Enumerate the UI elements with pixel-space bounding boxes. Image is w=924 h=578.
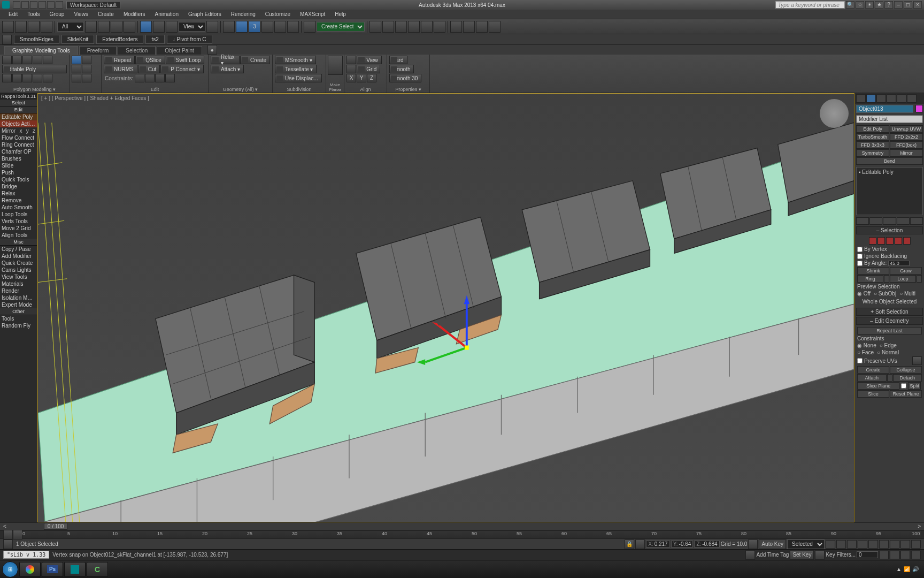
shade-icon[interactable]	[33, 56, 42, 64]
menu-graph-editors[interactable]: Graph Editors	[184, 10, 226, 18]
help-search-input[interactable]	[775, 1, 845, 9]
geo-attach-button[interactable]: Attach	[857, 374, 887, 382]
select-manipulate-icon[interactable]	[223, 21, 235, 33]
mod-bend[interactable]: Bend	[856, 157, 923, 165]
rappa-cat-select[interactable]: Select	[0, 100, 37, 107]
redo-icon[interactable]	[15, 21, 27, 33]
preview-multi-radio[interactable]: ○ Multi	[899, 291, 915, 296]
goto-start-icon[interactable]	[826, 540, 835, 549]
isolate-icon[interactable]	[748, 539, 758, 549]
menu-customize[interactable]: Customize	[261, 10, 295, 18]
nav-zoom-icon[interactable]	[879, 540, 889, 549]
slideknit-button[interactable]: SlideKnit	[61, 35, 94, 44]
rappa-relax[interactable]: Relax	[0, 190, 37, 197]
rappa-isolation-mode[interactable]: Isolation Mode	[0, 294, 37, 301]
link-icon[interactable]	[28, 21, 40, 33]
rect-region-icon[interactable]	[111, 21, 122, 33]
render-frame-icon[interactable]	[463, 21, 475, 33]
trackbar-ruler[interactable]: 0 5 10 15 20 25 30 35 40 45 50 55 60 65 …	[22, 531, 921, 538]
msmooth-button[interactable]: MSmooth ▾	[275, 56, 316, 64]
taskbar-photoshop-icon[interactable]: Ps	[42, 562, 63, 577]
mod-ffd-2x2x2[interactable]: FFD 2x2x2	[890, 133, 923, 141]
rappa-verts-tools[interactable]: Verts Tools	[0, 218, 37, 225]
dot-loop-icon[interactable]	[82, 74, 91, 82]
rappa-auto-smooth[interactable]: Auto Smooth	[0, 204, 37, 211]
split-check[interactable]: Split	[900, 382, 922, 390]
relax-button[interactable]: Relax ▾	[211, 56, 240, 64]
nav-zoom-all-icon[interactable]	[890, 540, 899, 549]
by-vertex-check[interactable]: By Vertex	[857, 246, 922, 253]
taskbar-3dsmax-icon[interactable]	[64, 562, 86, 577]
ref-coord-dropdown[interactable]: View	[179, 22, 205, 32]
geo-create-button[interactable]: Create	[857, 366, 889, 374]
key-filters-label[interactable]: Key Filters...	[826, 552, 856, 558]
nav-pan-icon[interactable]	[879, 551, 889, 559]
undo-icon[interactable]	[2, 21, 14, 33]
align-x-button[interactable]: X	[346, 74, 356, 82]
angle-snap-icon[interactable]: 3	[249, 21, 260, 33]
tab-graphite[interactable]: Graphite Modeling Tools	[4, 46, 78, 55]
ring-button[interactable]: Ring	[857, 275, 883, 283]
rappa-render[interactable]: Render	[0, 287, 37, 294]
unlink-icon[interactable]	[41, 21, 52, 33]
coord-x[interactable]: X:0.217	[646, 541, 669, 547]
next-frame-icon[interactable]	[858, 540, 867, 549]
by-angle-check[interactable]	[857, 261, 863, 266]
togrid-button[interactable]: To Grid	[357, 65, 380, 73]
mod-edit-poly[interactable]: Edit Poly	[856, 125, 889, 133]
curve-editor-icon[interactable]	[408, 21, 420, 33]
workspace-dropdown[interactable]: Workspace: Default	[66, 1, 120, 9]
shrink-button[interactable]: Shrink	[857, 267, 889, 275]
hard-button[interactable]: Hard	[389, 56, 407, 64]
rappa-tools[interactable]: Tools	[0, 315, 37, 322]
system-tray[interactable]: ▲ 📶 🔊	[893, 566, 922, 572]
unique-icon[interactable]	[883, 217, 896, 225]
tab-create-icon[interactable]	[856, 94, 866, 103]
set-key-button[interactable]: Set Key	[790, 550, 814, 560]
make-planar-icon[interactable]	[328, 56, 343, 75]
ring-icon[interactable]	[72, 56, 81, 64]
layers-icon[interactable]	[382, 21, 394, 33]
time-tag-icon[interactable]	[745, 550, 755, 560]
rappa-random-fly[interactable]: Random Fly	[0, 322, 37, 329]
nav-fov-icon[interactable]	[911, 540, 921, 549]
favorites-icon[interactable]: ★	[875, 1, 883, 9]
spinner-snap-icon[interactable]	[274, 21, 286, 33]
by-angle-spinner[interactable]	[888, 261, 910, 266]
nav-walk-icon[interactable]	[900, 551, 910, 559]
nav-max-icon[interactable]	[911, 551, 921, 559]
add-time-tag[interactable]: Add Time Tag	[756, 552, 789, 558]
constraint-none-radio[interactable]: ◉ None	[857, 343, 876, 348]
geo-detach-button[interactable]: Detach	[893, 374, 922, 382]
constraint-face-radio[interactable]: ○ Face	[857, 349, 874, 355]
rappa-materials[interactable]: Materials	[0, 280, 37, 287]
named-selection-dropdown[interactable]: Create Selection Se	[317, 22, 365, 32]
object-color-swatch[interactable]	[915, 105, 923, 112]
repeat-button[interactable]: Repeat	[104, 56, 135, 64]
rappa-ring-connect[interactable]: Ring Connect	[0, 141, 37, 148]
ignore-backfacing-check[interactable]: Ignore Backfacing	[857, 253, 922, 260]
so-poly-icon[interactable]	[895, 237, 902, 245]
rappa-slide[interactable]: Slide	[0, 162, 37, 169]
stack-editable-poly[interactable]: ▪ Editable Poly	[858, 169, 921, 176]
constraint-normal-radio[interactable]: ○ Normal	[877, 349, 899, 355]
attach-button[interactable]: Attach ▾	[211, 65, 244, 73]
panel-label-polymodeling[interactable]: Polygon Modeling ▾	[0, 86, 69, 93]
menu-views[interactable]: Views	[70, 10, 93, 18]
rappa-cat-other[interactable]: Other	[0, 308, 37, 315]
render-icon[interactable]	[476, 21, 488, 33]
percent-snap-icon[interactable]	[261, 21, 273, 33]
rappa-expert-mode[interactable]: Expert Mode	[0, 301, 37, 308]
panel-label-properties[interactable]: Properties ▾	[387, 86, 429, 93]
mod-symmetry[interactable]: Symmetry	[856, 149, 889, 157]
menu-rendering[interactable]: Rendering	[227, 10, 260, 18]
qat-link-icon[interactable]	[56, 1, 63, 9]
rappa-mirror-z[interactable]: z	[33, 128, 35, 134]
so-edge-icon[interactable]	[877, 237, 885, 245]
constraint-edge-radio[interactable]: ○ Edge	[880, 343, 897, 348]
help-icon[interactable]: ?	[884, 1, 893, 9]
menu-maxscript[interactable]: MAXScript	[296, 10, 329, 18]
cut-button[interactable]: Cut	[138, 65, 160, 73]
qat-undo-icon[interactable]	[38, 1, 46, 9]
search-icon[interactable]: 🔍	[846, 1, 854, 9]
